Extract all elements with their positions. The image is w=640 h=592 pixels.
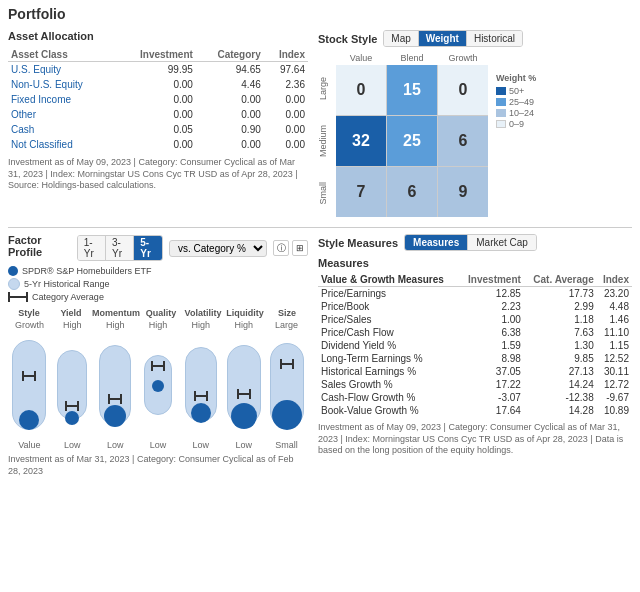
- legend-label-0: 0–9: [509, 119, 524, 129]
- style-grid-with-labels: Value Blend Growth Large Medium Small: [318, 53, 488, 217]
- legend-color-50: [496, 87, 506, 95]
- sm-cell-cat-avg: -12.38: [524, 391, 597, 404]
- category-line-icon: [8, 292, 28, 302]
- tab-5yr[interactable]: 5-Yr: [134, 236, 162, 260]
- aa-cell-index: 0.00: [264, 92, 308, 107]
- sm-cell-name: Book-Value Growth %: [318, 404, 459, 417]
- sm-cell-investment: -3.07: [459, 391, 524, 404]
- portfolio-page: Portfolio Asset Allocation Asset Class I…: [0, 0, 640, 483]
- info-icon[interactable]: ⓘ: [273, 240, 289, 256]
- table-row: Long-Term Earnings % 8.98 9.85 12.52: [318, 352, 632, 365]
- sm-col-header-idx: Index: [597, 273, 632, 287]
- table-row: Book-Value Growth % 17.64 14.28 10.89: [318, 404, 632, 417]
- sm-cell-cat-avg: 1.18: [524, 313, 597, 326]
- aa-cell-index: 0.00: [264, 122, 308, 137]
- sm-cell-name: Long-Term Earnings %: [318, 352, 459, 365]
- grid-icon[interactable]: ⊞: [292, 240, 308, 256]
- sm-cell-name: Price/Cash Flow: [318, 326, 459, 339]
- sm-col-header-inv: Investment: [459, 273, 524, 287]
- aa-cell-category: 0.00: [196, 137, 264, 152]
- legend-item-0: 0–9: [496, 119, 536, 129]
- aa-cell-investment: 0.00: [115, 77, 196, 92]
- tab-historical[interactable]: Historical: [467, 31, 522, 46]
- tab-market-cap[interactable]: Market Cap: [468, 235, 536, 250]
- top-section: Asset Allocation Asset Class Investment …: [8, 30, 632, 217]
- aa-cell-category: 0.90: [196, 122, 264, 137]
- fp-bubble-style: [8, 330, 51, 440]
- sm-col-header-cat: Cat. Average: [524, 273, 597, 287]
- table-row: Fixed Income 0.00 0.00 0.00: [8, 92, 308, 107]
- legend-row-cat: Category Average: [8, 292, 308, 302]
- aa-footnote: Investment as of May 09, 2023 | Category…: [8, 157, 308, 192]
- table-row: Price/Book 2.23 2.99 4.48: [318, 300, 632, 313]
- style-grid-area: Value Blend Growth Large Medium Small: [318, 53, 632, 217]
- fp-top-growth: Growth: [8, 320, 51, 330]
- table-row: Price/Sales 1.00 1.18 1.46: [318, 313, 632, 326]
- table-row: Price/Cash Flow 6.38 7.63 11.10: [318, 326, 632, 339]
- fp-bubble-liquidity: [222, 330, 265, 440]
- tab-map[interactable]: Map: [384, 31, 418, 46]
- sm-cell-investment: 1.59: [459, 339, 524, 352]
- tab-1yr[interactable]: 1-Yr: [78, 236, 106, 260]
- style-cell: 7: [336, 167, 386, 217]
- vs-category-select[interactable]: vs. Category %: [169, 240, 267, 257]
- sm-cell-cat-avg: 2.99: [524, 300, 597, 313]
- stock-style-title: Stock Style: [318, 33, 377, 45]
- time-tab-group: 1-Yr 3-Yr 5-Yr: [77, 235, 163, 261]
- sm-cell-index: 30.11: [597, 365, 632, 378]
- aa-cell-category: 4.46: [196, 77, 264, 92]
- fp-bubble-quality: [137, 330, 180, 440]
- sm-cell-index: 12.52: [597, 352, 632, 365]
- aa-cell-investment: 0.00: [115, 107, 196, 122]
- sm-cell-name: Dividend Yield %: [318, 339, 459, 352]
- fp-top-high-q: High: [137, 320, 180, 330]
- style-measures-table: Value & Growth Measures Investment Cat. …: [318, 273, 632, 417]
- tab-weight[interactable]: Weight: [419, 31, 467, 46]
- aa-cell-index: 0.00: [264, 137, 308, 152]
- fp-top-high-y: High: [51, 320, 94, 330]
- aa-col-header-class: Asset Class: [8, 48, 115, 62]
- fp-bot-low-l: Low: [222, 440, 265, 450]
- aa-cell-name: Fixed Income: [8, 92, 115, 107]
- style-cell: 6: [438, 116, 488, 166]
- style-tab-group: Map Weight Historical: [383, 30, 523, 47]
- tab-measures[interactable]: Measures: [405, 235, 468, 250]
- legend-color-0: [496, 120, 506, 128]
- fp-col-momentum: Momentum: [92, 308, 140, 318]
- fp-footnote: Investment as of Mar 31, 2023 | Category…: [8, 454, 308, 477]
- sm-tab-group: Measures Market Cap: [404, 234, 537, 251]
- style-cell: 6: [387, 167, 437, 217]
- sm-header: Style Measures Measures Market Cap: [318, 234, 632, 251]
- sm-cell-index: -9.67: [597, 391, 632, 404]
- aa-cell-name: Other: [8, 107, 115, 122]
- fp-bubbles-row: [8, 330, 308, 440]
- aa-cell-investment: 0.05: [115, 122, 196, 137]
- sm-cell-name: Price/Earnings: [318, 287, 459, 301]
- table-row: Cash 0.05 0.90 0.00: [8, 122, 308, 137]
- fp-bottom-labels: Value Low Low Low Low Low Small: [8, 440, 308, 450]
- table-row: Other 0.00 0.00 0.00: [8, 107, 308, 122]
- fp-col-liquidity: Liquidity: [224, 308, 266, 318]
- tab-3yr[interactable]: 3-Yr: [106, 236, 134, 260]
- sm-cell-investment: 8.98: [459, 352, 524, 365]
- style-cell: 25: [387, 116, 437, 166]
- style-cell: 9: [438, 167, 488, 217]
- sm-cell-name: Cash-Flow Growth %: [318, 391, 459, 404]
- fp-top-high-m: High: [94, 320, 137, 330]
- asset-allocation-panel: Asset Allocation Asset Class Investment …: [8, 30, 308, 217]
- aa-cell-investment: 0.00: [115, 137, 196, 152]
- table-row: Non-U.S. Equity 0.00 4.46 2.36: [8, 77, 308, 92]
- sm-subtitle: Measures: [318, 257, 632, 269]
- col-header-blend: Blend: [387, 53, 437, 63]
- fp-top-high-l: High: [222, 320, 265, 330]
- fp-legend: SPDR® S&P Homebuilders ETF 5-Yr Historic…: [8, 266, 308, 302]
- sm-cell-cat-avg: 9.85: [524, 352, 597, 365]
- table-row: Dividend Yield % 1.59 1.30 1.15: [318, 339, 632, 352]
- aa-cell-name: U.S. Equity: [8, 62, 115, 78]
- sm-cell-name: Price/Sales: [318, 313, 459, 326]
- aa-cell-index: 0.00: [264, 107, 308, 122]
- sm-cell-cat-avg: 27.13: [524, 365, 597, 378]
- etf-label: SPDR® S&P Homebuilders ETF: [22, 266, 152, 276]
- aa-col-header-index: Index: [264, 48, 308, 62]
- fp-bubble-size: [265, 330, 308, 440]
